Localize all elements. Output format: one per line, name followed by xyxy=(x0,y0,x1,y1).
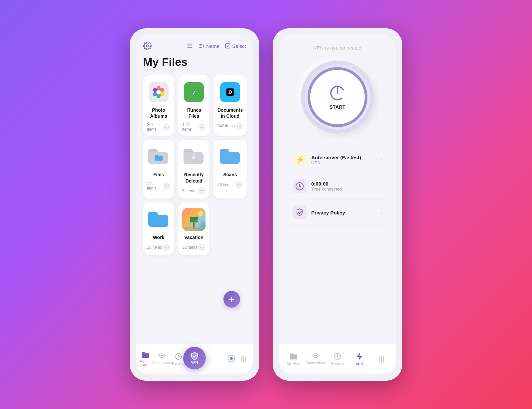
privacy-policy-text: Privacy Policy xyxy=(311,210,381,215)
itunes-icon: ♪ xyxy=(184,82,204,102)
file-item-work[interactable]: Work 18 items xyxy=(143,203,174,255)
vpn-nav-recents[interactable]: Recents xyxy=(327,353,348,365)
vpn-nav-connections[interactable]: Connections xyxy=(305,353,327,365)
recently-deleted-icon-wrap: 🗑 xyxy=(182,145,205,168)
vpn-nav-my-files[interactable]: My Files xyxy=(283,353,305,365)
vpn-shield-nav-icon xyxy=(190,352,199,360)
page-title: My Files xyxy=(143,56,246,68)
recently-deleted-count: 5 items xyxy=(182,189,195,193)
sort-icon xyxy=(199,43,205,49)
scans-icon-wrap xyxy=(218,145,242,168)
vpn-more-lines-icon xyxy=(379,355,384,363)
nav-more[interactable] xyxy=(237,355,249,363)
clock-icon-wrap xyxy=(293,179,307,193)
documents-more-button[interactable] xyxy=(235,122,243,130)
svg-point-25 xyxy=(190,217,198,220)
files-more-button[interactable] xyxy=(163,182,170,190)
vacation-thumbnail xyxy=(182,208,205,231)
files-icon-wrap xyxy=(147,145,170,168)
folder-nav-icon xyxy=(142,351,150,358)
vpn-info-list: ⚡ Auto server (Fastest) USA › xyxy=(286,147,389,226)
vacation-scene-icon xyxy=(182,208,205,231)
vpn-lightning-nav-icon xyxy=(356,352,363,361)
itunes-name: iTunes Files xyxy=(182,107,205,119)
nav-recents-label: Recents xyxy=(172,361,185,365)
vpn-screen-content: VPN is not connected START ⚡ xyxy=(279,35,396,344)
doc-letter-icon: D xyxy=(224,86,236,98)
documents-name: Documents in Cloud xyxy=(217,107,243,119)
scans-folder-icon xyxy=(220,147,240,166)
photo-albums-name: Photo Albums xyxy=(147,107,170,119)
itunes-more-button[interactable] xyxy=(199,123,205,131)
nav-connections[interactable]: Connections xyxy=(152,353,172,365)
auto-server-row[interactable]: ⚡ Auto server (Fastest) USA › xyxy=(289,147,386,173)
recently-deleted-more-button[interactable] xyxy=(198,187,205,195)
settings-button[interactable] xyxy=(143,42,152,50)
add-fab-button[interactable]: + xyxy=(223,291,240,308)
vpn-nav-more[interactable] xyxy=(370,355,392,363)
privacy-policy-title: Privacy Policy xyxy=(311,210,381,215)
svg-point-21 xyxy=(198,211,203,216)
top-bar-right: Name Select xyxy=(186,42,246,50)
svg-point-0 xyxy=(146,45,149,47)
vacation-more-button[interactable] xyxy=(198,244,205,251)
itunes-count: 123 items xyxy=(182,122,199,132)
documents-count: 342 items xyxy=(217,124,235,128)
compass-nav-icon xyxy=(227,354,235,362)
lightning-icon-wrap: ⚡ xyxy=(293,153,307,167)
vpn-nav-vpn[interactable]: VPN xyxy=(348,352,370,366)
left-phone: Name Select My Files xyxy=(130,28,259,381)
list-view-button[interactable] xyxy=(186,42,194,50)
vpn-power-ring: START xyxy=(308,67,367,127)
file-grid: Photo Albums 268 items ♪ xyxy=(143,75,246,258)
nav-my-files[interactable]: My Files xyxy=(140,351,152,367)
vpn-power-button[interactable]: START xyxy=(301,61,374,134)
file-item-photo-albums[interactable]: Photo Albums 268 items xyxy=(143,75,174,136)
time-connected-sub: Time connected xyxy=(311,187,382,192)
vpn-power-inner: START xyxy=(329,84,346,110)
vpn-center-button[interactable]: VPN xyxy=(183,347,206,369)
svg-point-34 xyxy=(315,359,316,360)
time-connected-row[interactable]: 0:00:00 Time connected xyxy=(289,173,386,200)
file-item-itunes[interactable]: ♪ iTunes Files 123 items xyxy=(178,75,209,136)
file-item-recently-deleted[interactable]: 🗑 Recently Deleted 5 items xyxy=(178,140,209,198)
scans-meta: 46 items xyxy=(217,179,243,189)
svg-text:♪: ♪ xyxy=(192,88,196,95)
photo-albums-icon xyxy=(149,82,169,102)
documents-meta: 342 items xyxy=(217,120,243,130)
file-item-scans[interactable]: Scans 46 items xyxy=(213,140,247,198)
svg-rect-7 xyxy=(226,44,230,48)
auto-server-text: Auto server (Fastest) USA xyxy=(311,155,381,165)
scans-more-button[interactable] xyxy=(235,181,243,189)
vacation-icon-wrap xyxy=(182,208,205,231)
scans-name: Scans xyxy=(223,172,237,178)
svg-rect-26 xyxy=(182,227,205,231)
privacy-policy-row[interactable]: Privacy Policy › xyxy=(289,200,386,226)
right-phone: VPN is not connected START ⚡ xyxy=(273,28,402,381)
work-icon-wrap xyxy=(147,208,170,231)
nav-connections-label: Connections xyxy=(152,361,172,365)
checkbox-icon xyxy=(225,43,231,49)
work-more-button[interactable] xyxy=(163,244,170,251)
files-name: Files xyxy=(153,172,164,178)
file-item-files[interactable]: Files 145 items xyxy=(143,140,174,198)
more-lines-icon xyxy=(241,355,246,363)
photo-albums-more-button[interactable] xyxy=(163,123,170,131)
vpn-start-label: START xyxy=(330,104,345,110)
vacation-meta: 32 items xyxy=(182,242,205,251)
photos-petals-icon xyxy=(152,85,165,99)
nav-my-files-label: My Files xyxy=(140,360,152,367)
itunes-icon-wrap: ♪ xyxy=(182,80,205,104)
nav-browser[interactable] xyxy=(225,354,237,364)
file-item-vacation[interactable]: Vacation 32 items xyxy=(178,203,209,255)
my-files-screen: Name Select My Files xyxy=(136,35,253,374)
sort-button[interactable]: Name xyxy=(199,43,219,49)
file-item-documents[interactable]: D Documents in Cloud 342 items xyxy=(213,75,247,136)
auto-server-sub: USA xyxy=(311,160,381,165)
files-meta: 145 items xyxy=(147,179,170,191)
shield-icon-wrap xyxy=(293,205,307,219)
select-button[interactable]: Select xyxy=(225,43,246,49)
work-name: Work xyxy=(153,234,165,240)
clock-nav-icon xyxy=(175,353,182,360)
power-icon xyxy=(329,84,346,102)
